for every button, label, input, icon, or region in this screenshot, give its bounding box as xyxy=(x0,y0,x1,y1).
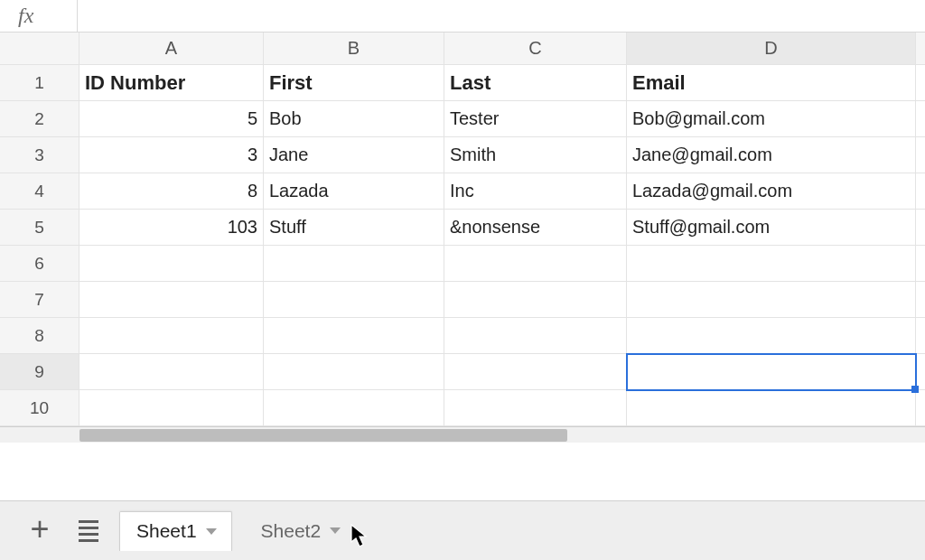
col-header-C[interactable]: C xyxy=(444,33,627,65)
cell-E1[interactable] xyxy=(916,65,925,101)
cell-A5[interactable]: 103 xyxy=(79,210,264,246)
scrollbar-thumb[interactable] xyxy=(79,429,567,442)
cell-D5[interactable]: Stuff@gmail.com xyxy=(627,210,916,246)
cell-A3[interactable]: 3 xyxy=(79,137,264,173)
cell-E9[interactable] xyxy=(916,354,925,390)
cell-B6[interactable] xyxy=(264,246,444,282)
horizontal-scrollbar[interactable] xyxy=(0,426,925,443)
chevron-down-icon[interactable] xyxy=(206,528,217,535)
cell-C1[interactable]: Last xyxy=(444,65,627,101)
cell-C3[interactable]: Smith xyxy=(444,137,627,173)
cell-C8[interactable] xyxy=(444,318,627,354)
cell-A1[interactable]: ID Number xyxy=(79,65,264,101)
cell-E4[interactable] xyxy=(916,173,925,210)
cell-D6[interactable] xyxy=(627,246,916,282)
cell-D9[interactable] xyxy=(627,354,916,390)
cell-A10[interactable] xyxy=(79,390,264,426)
cell-A8[interactable] xyxy=(79,318,264,354)
cell-B2[interactable]: Bob xyxy=(264,101,444,137)
cell-E8[interactable] xyxy=(916,318,925,354)
row-header-3[interactable]: 3 xyxy=(0,137,79,173)
all-sheets-button[interactable] xyxy=(70,513,107,549)
formula-bar: fx xyxy=(0,0,925,33)
cell-D3[interactable]: Jane@gmail.com xyxy=(627,137,916,173)
tab-label: Sheet1 xyxy=(136,520,197,542)
tab-sheet2[interactable]: Sheet2 xyxy=(245,511,356,551)
sheet-tab-bar: + Sheet1 Sheet2 xyxy=(0,500,925,560)
cell-D2[interactable]: Bob@gmail.com xyxy=(627,101,916,137)
col-header-E[interactable] xyxy=(916,33,925,65)
cell-A9[interactable] xyxy=(79,354,264,390)
cell-A4[interactable]: 8 xyxy=(79,173,264,210)
row-header-6[interactable]: 6 xyxy=(0,246,79,282)
row-header-9[interactable]: 9 xyxy=(0,354,79,390)
row-header-7[interactable]: 7 xyxy=(0,282,79,318)
row-header-8[interactable]: 8 xyxy=(0,318,79,354)
fx-label: fx xyxy=(0,0,78,32)
col-header-D[interactable]: D xyxy=(627,33,916,65)
formula-input[interactable] xyxy=(78,0,925,32)
row-header-1[interactable]: 1 xyxy=(0,65,79,101)
cell-A6[interactable] xyxy=(79,246,264,282)
cell-D10[interactable] xyxy=(627,390,916,426)
row-header-10[interactable]: 10 xyxy=(0,390,79,426)
cell-E10[interactable] xyxy=(916,390,925,426)
plus-icon: + xyxy=(30,513,49,546)
cell-B5[interactable]: Stuff xyxy=(264,210,444,246)
cell-C9[interactable] xyxy=(444,354,627,390)
cell-B3[interactable]: Jane xyxy=(264,137,444,173)
cell-B9[interactable] xyxy=(264,354,444,390)
col-header-A[interactable]: A xyxy=(79,33,264,65)
cell-D4[interactable]: Lazada@gmail.com xyxy=(627,173,916,210)
cell-A7[interactable] xyxy=(79,282,264,318)
select-all-corner[interactable] xyxy=(0,33,79,65)
cell-B8[interactable] xyxy=(264,318,444,354)
cell-B4[interactable]: Lazada xyxy=(264,173,444,210)
cell-B10[interactable] xyxy=(264,390,444,426)
add-sheet-button[interactable]: + xyxy=(22,513,58,549)
row-header-2[interactable]: 2 xyxy=(0,101,79,137)
cell-A2[interactable]: 5 xyxy=(79,101,264,137)
all-sheets-icon xyxy=(79,520,98,542)
chevron-down-icon[interactable] xyxy=(330,527,341,534)
cell-C10[interactable] xyxy=(444,390,627,426)
cell-D8[interactable] xyxy=(627,318,916,354)
cell-E5[interactable] xyxy=(916,210,925,246)
cell-C4[interactable]: Inc xyxy=(444,173,627,210)
cell-C5[interactable]: &nonsense xyxy=(444,210,627,246)
cell-E6[interactable] xyxy=(916,246,925,282)
tab-sheet1[interactable]: Sheet1 xyxy=(119,511,232,551)
tab-label: Sheet2 xyxy=(261,520,322,542)
cell-D1[interactable]: Email xyxy=(627,65,916,101)
row-header-5[interactable]: 5 xyxy=(0,210,79,246)
cell-B1[interactable]: First xyxy=(264,65,444,101)
cell-E7[interactable] xyxy=(916,282,925,318)
row-header-4[interactable]: 4 xyxy=(0,173,79,210)
cell-E2[interactable] xyxy=(916,101,925,137)
cell-E3[interactable] xyxy=(916,137,925,173)
cell-D7[interactable] xyxy=(627,282,916,318)
cell-C7[interactable] xyxy=(444,282,627,318)
cell-C2[interactable]: Tester xyxy=(444,101,627,137)
cell-B7[interactable] xyxy=(264,282,444,318)
col-header-B[interactable]: B xyxy=(264,33,444,65)
cell-C6[interactable] xyxy=(444,246,627,282)
spreadsheet-grid[interactable]: A B C D 1 ID Number First Last Email 2 5… xyxy=(0,33,925,426)
